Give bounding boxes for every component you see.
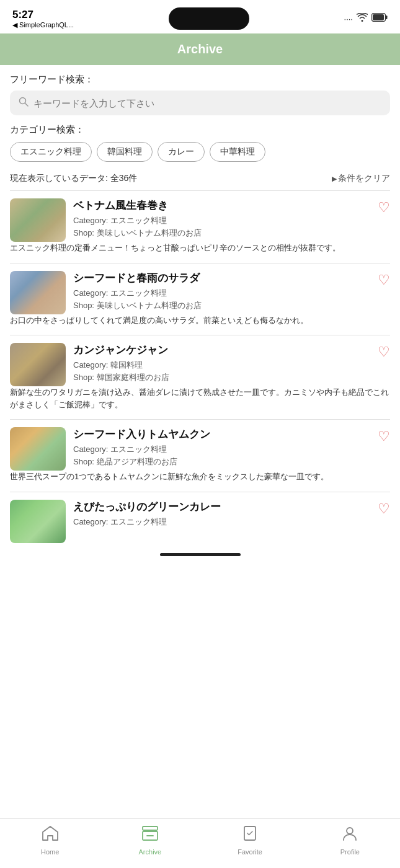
food-name: えびたっぷりのグリーンカレー	[73, 500, 370, 514]
food-category: Category: エスニック料理	[73, 516, 370, 528]
food-item: シーフード入りトムヤムクン Category: エスニック料理 Shop: 絶品…	[10, 419, 390, 492]
favorite-button[interactable]: ♡	[378, 344, 390, 360]
status-bar: 5:27 ◀ SimpleGraphQL... ····	[0, 0, 400, 33]
food-thumbnail	[10, 271, 66, 314]
clear-button[interactable]: 条件をクリア	[332, 173, 390, 184]
category-tag-chinese[interactable]: 中華料理	[210, 142, 265, 162]
food-shop: Shop: 美味しいベトナム料理のお店	[73, 300, 370, 311]
status-time: 5:27	[12, 9, 74, 21]
profile-icon	[341, 825, 358, 846]
food-info: カンジャンケジャン Category: 韓国料理 Shop: 韓国家庭料理のお店	[73, 343, 370, 383]
food-shop: Shop: 美味しいベトナム料理のお店	[73, 228, 370, 239]
category-tags: エスニック料理 韓国料理 カレー 中華料理	[10, 142, 390, 164]
food-category: Category: エスニック料理	[73, 288, 370, 299]
food-desc: エスニック料理の定番メニュー！ちょっと甘酸っぱいピリ辛のソースとの相性が抜群です…	[10, 242, 390, 258]
search-icon	[19, 97, 29, 109]
search-input[interactable]	[33, 98, 381, 108]
search-bar[interactable]	[10, 91, 390, 115]
home-icon	[42, 825, 59, 846]
svg-rect-1	[373, 14, 384, 20]
food-category: Category: エスニック料理	[73, 215, 370, 226]
dynamic-island	[169, 7, 249, 30]
food-desc: お口の中をさっぱりしてくれて満足度の高いサラダ。前菜といえども侮るなかれ。	[10, 314, 390, 330]
battery-icon	[371, 13, 388, 24]
favorite-button[interactable]: ♡	[378, 200, 390, 216]
category-tag-curry[interactable]: カレー	[158, 142, 205, 162]
favorite-icon	[241, 825, 259, 846]
food-item-top: カンジャンケジャン Category: 韓国料理 Shop: 韓国家庭料理のお店…	[10, 343, 390, 386]
main-content: フリーワード検索： カテゴリー検索： エスニック料理 韓国料理 カレー 中華料理…	[0, 65, 400, 548]
food-item: ベトナム風生春巻き Category: エスニック料理 Shop: 美味しいベト…	[10, 190, 390, 263]
food-item-top: えびたっぷりのグリーンカレー Category: エスニック料理 ♡	[10, 500, 390, 543]
category-label: カテゴリー検索：	[10, 124, 390, 136]
search-label: フリーワード検索：	[10, 74, 390, 86]
food-desc: 世界三代スープの1つであるトムヤムクンに新鮮な魚介をミックスした豪華な一皿です。	[10, 471, 390, 487]
food-shop: Shop: 絶品アジア料理のお店	[73, 456, 370, 467]
svg-point-9	[347, 828, 353, 834]
nav-favorite[interactable]: Favorite	[231, 825, 269, 856]
favorite-button[interactable]: ♡	[378, 272, 390, 288]
svg-line-4	[25, 104, 29, 107]
status-carrier: ◀ SimpleGraphQL...	[12, 21, 74, 29]
food-info: えびたっぷりのグリーンカレー Category: エスニック料理	[73, 500, 370, 529]
status-left: 5:27 ◀ SimpleGraphQL...	[12, 9, 74, 29]
food-thumbnail	[10, 427, 66, 471]
food-item: カンジャンケジャン Category: 韓国料理 Shop: 韓国家庭料理のお店…	[10, 335, 390, 419]
favorite-button[interactable]: ♡	[378, 501, 390, 517]
food-item-top: シーフード入りトムヤムクン Category: エスニック料理 Shop: 絶品…	[10, 427, 390, 471]
food-item: シーフードと春雨のサラダ Category: エスニック料理 Shop: 美味し…	[10, 263, 390, 335]
category-tag-ethnic[interactable]: エスニック料理	[10, 142, 92, 162]
favorite-button[interactable]: ♡	[378, 428, 390, 445]
home-indicator	[160, 553, 241, 556]
food-category: Category: エスニック料理	[73, 444, 370, 455]
food-shop: Shop: 韓国家庭料理のお店	[73, 372, 370, 383]
status-icons: ····	[344, 13, 388, 24]
nav-home-label: Home	[41, 848, 59, 856]
nav-favorite-label: Favorite	[238, 848, 262, 856]
nav-archive-label: Archive	[139, 848, 162, 856]
food-thumbnail	[10, 343, 66, 386]
nav-home[interactable]: Home	[32, 825, 69, 856]
nav-archive[interactable]: Archive	[131, 825, 169, 856]
nav-profile[interactable]: Profile	[331, 825, 368, 856]
bottom-nav: Home Archive Favorite Profile	[0, 818, 400, 868]
food-thumbnail	[10, 500, 66, 543]
food-info: ベトナム風生春巻き Category: エスニック料理 Shop: 美味しいベト…	[73, 198, 370, 239]
svg-rect-2	[386, 16, 388, 19]
food-item: えびたっぷりのグリーンカレー Category: エスニック料理 ♡	[10, 492, 390, 548]
nav-profile-label: Profile	[340, 848, 360, 856]
food-item-top: シーフードと春雨のサラダ Category: エスニック料理 Shop: 美味し…	[10, 271, 390, 314]
wifi-icon	[357, 13, 368, 24]
food-item-top: ベトナム風生春巻き Category: エスニック料理 Shop: 美味しいベト…	[10, 198, 390, 242]
food-category: Category: 韓国料理	[73, 360, 370, 371]
food-name: カンジャンケジャン	[73, 343, 370, 357]
archive-icon	[141, 825, 159, 846]
food-list: ベトナム風生春巻き Category: エスニック料理 Shop: 美味しいベト…	[10, 190, 390, 548]
svg-rect-5	[143, 826, 158, 830]
food-name: ベトナム風生春巻き	[73, 198, 370, 213]
food-name: シーフード入りトムヤムクン	[73, 427, 370, 441]
food-desc: 新鮮な生のワタリガニを漬け込み、醤油ダレに漬けて熟成させた一皿です。カニミソや内…	[10, 386, 390, 414]
header-title: Archive	[177, 42, 223, 56]
food-info: シーフード入りトムヤムクン Category: エスニック料理 Shop: 絶品…	[73, 427, 370, 467]
results-bar: 現在表示しているデータ: 全36件 条件をクリア	[10, 173, 390, 184]
category-tag-korean[interactable]: 韓国料理	[97, 142, 153, 162]
page-header: Archive	[0, 33, 400, 65]
food-name: シーフードと春雨のサラダ	[73, 271, 370, 285]
food-info: シーフードと春雨のサラダ Category: エスニック料理 Shop: 美味し…	[73, 271, 370, 311]
food-thumbnail	[10, 198, 66, 242]
results-count: 現在表示しているデータ: 全36件	[10, 173, 137, 184]
dots-icon: ····	[344, 14, 353, 24]
